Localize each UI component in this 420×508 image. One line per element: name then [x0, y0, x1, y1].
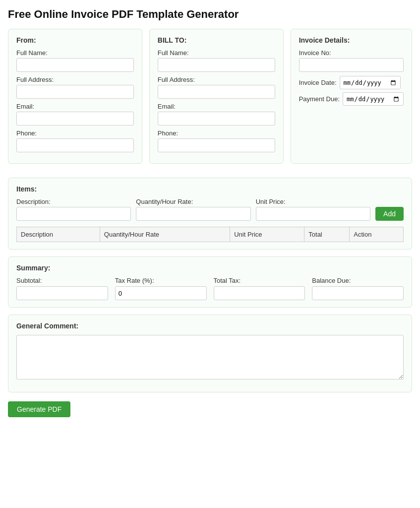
items-input-row: Description: Quantity/Hour Rate: Unit Pr…: [16, 198, 404, 221]
item-unit-price-input[interactable]: [256, 207, 370, 221]
balance-due-input[interactable]: [312, 286, 404, 300]
from-phone-group: Phone:: [16, 129, 134, 152]
col-unit-price: Unit Price: [230, 227, 304, 242]
invoice-date-label: Invoice Date:: [299, 79, 337, 86]
comment-label: General Comment:: [16, 322, 404, 330]
generate-pdf-button[interactable]: Generate PDF: [8, 401, 70, 417]
item-unit-price-group: Unit Price:: [256, 198, 370, 221]
summary-label: Summary:: [16, 264, 404, 272]
billto-section: BILL TO: Full Name: Full Address: Email:…: [149, 29, 284, 164]
summary-section: Summary: Subtotal: Tax Rate (%): Total T…: [8, 256, 412, 308]
balance-due-field: Balance Due:: [312, 277, 404, 300]
summary-fields-row: Subtotal: Tax Rate (%): Total Tax: Balan…: [16, 277, 404, 300]
item-quantity-label: Quantity/Hour Rate:: [136, 198, 250, 205]
invoice-date-group: Invoice Date:: [299, 76, 404, 89]
item-unit-price-label: Unit Price:: [256, 198, 370, 205]
payment-due-group: Payment Due:: [299, 92, 404, 106]
invoice-no-group: Invoice No:: [299, 49, 404, 72]
from-address-label: Full Address:: [16, 76, 134, 83]
total-tax-input[interactable]: [214, 286, 305, 300]
billto-address-group: Full Address:: [158, 76, 275, 99]
invoice-details-section: Invoice Details: Invoice No: Invoice Dat…: [291, 29, 412, 164]
item-quantity-group: Quantity/Hour Rate:: [136, 198, 250, 221]
from-full-name-input[interactable]: [16, 58, 134, 72]
subtotal-input[interactable]: [16, 286, 108, 300]
invoice-no-input[interactable]: [299, 58, 404, 72]
billto-full-name-group: Full Name:: [158, 49, 275, 72]
billto-email-input[interactable]: [158, 112, 275, 126]
from-address-input[interactable]: [16, 85, 134, 99]
subtotal-field: Subtotal:: [16, 277, 108, 300]
comment-textarea[interactable]: [16, 335, 404, 380]
col-total: Total: [304, 227, 350, 242]
subtotal-label: Subtotal:: [16, 277, 108, 284]
balance-due-label: Balance Due:: [312, 277, 404, 284]
billto-full-name-label: Full Name:: [158, 49, 275, 57]
billto-phone-group: Phone:: [158, 129, 275, 152]
total-tax-label: Total Tax:: [214, 277, 305, 284]
tax-rate-input[interactable]: [115, 286, 207, 300]
invoice-date-input[interactable]: [340, 76, 401, 89]
billto-address-label: Full Address:: [158, 76, 275, 83]
billto-full-name-input[interactable]: [158, 58, 275, 72]
invoice-details-label: Invoice Details:: [299, 36, 404, 44]
item-description-label: Description:: [16, 198, 131, 205]
from-email-group: Email:: [16, 103, 134, 126]
total-tax-field: Total Tax:: [214, 277, 305, 300]
items-table: Description Quantity/Hour Rate Unit Pric…: [16, 227, 404, 242]
billto-label: BILL TO:: [158, 36, 275, 44]
from-email-label: Email:: [16, 103, 134, 110]
items-section: Items: Description: Quantity/Hour Rate: …: [8, 178, 412, 250]
billto-phone-label: Phone:: [158, 129, 275, 137]
from-section: From: Full Name: Full Address: Email: Ph…: [8, 29, 142, 164]
from-full-name-label: Full Name:: [16, 49, 134, 57]
from-full-name-group: Full Name:: [16, 49, 134, 72]
item-description-input[interactable]: [16, 207, 131, 221]
billto-phone-input[interactable]: [158, 138, 275, 152]
billto-email-label: Email:: [158, 103, 275, 110]
from-address-group: Full Address:: [16, 76, 134, 99]
col-description: Description: [17, 227, 100, 242]
add-item-button[interactable]: Add: [375, 207, 404, 221]
tax-rate-label: Tax Rate (%):: [115, 277, 207, 284]
items-label: Items:: [16, 185, 404, 193]
from-email-input[interactable]: [16, 112, 134, 126]
payment-due-input[interactable]: [343, 92, 404, 106]
page-title: Free Online Invoice PDF Template Generat…: [8, 8, 412, 21]
invoice-no-label: Invoice No:: [299, 49, 404, 57]
comment-section: General Comment:: [8, 315, 412, 392]
item-quantity-input[interactable]: [136, 207, 250, 221]
tax-rate-field: Tax Rate (%):: [115, 277, 207, 300]
comment-field-group: [16, 335, 404, 381]
from-phone-input[interactable]: [16, 138, 134, 152]
billto-address-input[interactable]: [158, 85, 275, 99]
from-phone-label: Phone:: [16, 129, 134, 137]
item-description-group: Description:: [16, 198, 131, 221]
col-quantity: Quantity/Hour Rate: [100, 227, 230, 242]
from-label: From:: [16, 36, 134, 44]
col-action: Action: [350, 227, 404, 242]
payment-due-label: Payment Due:: [299, 95, 340, 103]
billto-email-group: Email:: [158, 103, 275, 126]
